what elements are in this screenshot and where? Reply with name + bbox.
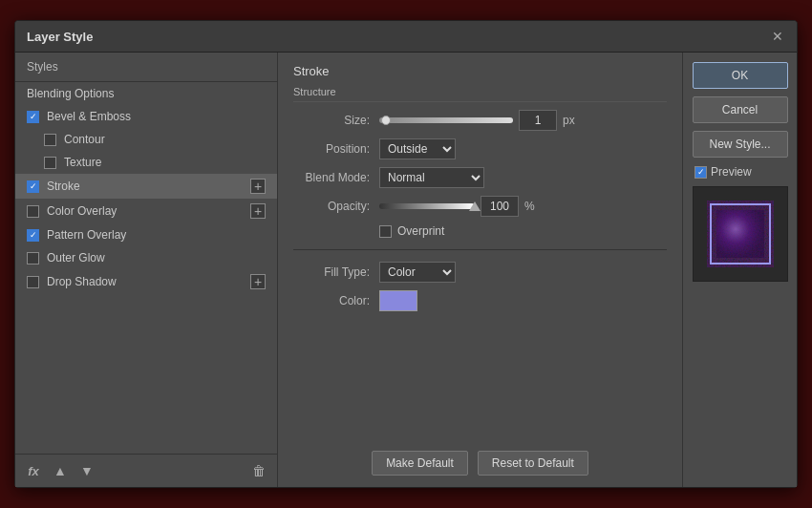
opacity-label: Opacity:: [293, 200, 379, 213]
right-panel: OK Cancel New Style... Preview: [682, 53, 797, 487]
delete-button[interactable]: 🗑: [248, 460, 269, 481]
position-row: Position: Outside Inside Center: [293, 138, 667, 159]
bevel-emboss-label: Bevel & Emboss: [47, 110, 266, 123]
stroke-add-button[interactable]: +: [250, 179, 266, 194]
blend-mode-select[interactable]: Normal Multiply Screen Overlay: [379, 167, 484, 188]
size-label: Size:: [293, 114, 379, 127]
outer-glow-label: Outer Glow: [47, 251, 266, 265]
dialog-title: Layer Style: [27, 30, 93, 44]
sidebar-item-outer-glow[interactable]: Outer Glow: [15, 246, 277, 269]
close-button[interactable]: ✕: [770, 29, 785, 44]
section-title: Stroke: [293, 64, 667, 78]
styles-header: Styles: [15, 53, 277, 82]
opacity-slider-track[interactable]: [379, 203, 475, 209]
position-control: Outside Inside Center: [379, 138, 456, 159]
fx-button[interactable]: fx: [23, 460, 44, 481]
color-label: Color:: [293, 294, 379, 307]
color-overlay-add-button[interactable]: +: [250, 203, 266, 219]
dialog-body: Styles Blending Options Bevel & Emboss C…: [15, 53, 797, 487]
sidebar-item-contour[interactable]: Contour: [15, 128, 277, 151]
sidebar-item-texture[interactable]: Texture: [15, 151, 277, 174]
size-control: px: [379, 110, 575, 131]
fill-type-select[interactable]: Color Gradient Pattern: [379, 262, 456, 283]
layer-items-list: Blending Options Bevel & Emboss Contour …: [15, 82, 277, 454]
fill-type-row: Fill Type: Color Gradient Pattern: [293, 262, 667, 283]
overprint-checkbox[interactable]: [379, 225, 392, 238]
divider: [293, 249, 667, 250]
preview-label-text: Preview: [711, 165, 752, 179]
sidebar-item-blending-options[interactable]: Blending Options: [15, 82, 277, 105]
bevel-emboss-checkbox[interactable]: [27, 111, 39, 123]
move-up-button[interactable]: ▲: [50, 460, 71, 481]
sub-section-title: Structure: [293, 86, 667, 102]
layer-style-dialog: Layer Style ✕ Styles Blending Options Be…: [14, 20, 798, 488]
sidebar-item-color-overlay[interactable]: Color Overlay +: [15, 199, 277, 223]
outer-glow-checkbox[interactable]: [27, 252, 39, 265]
new-style-button[interactable]: New Style...: [693, 131, 788, 158]
pattern-overlay-checkbox[interactable]: [27, 229, 39, 242]
make-default-button[interactable]: Make Default: [372, 451, 468, 476]
cancel-button[interactable]: Cancel: [693, 96, 788, 123]
svg-rect-3: [716, 210, 764, 258]
preview-canvas: [693, 186, 788, 282]
color-overlay-label: Color Overlay: [47, 204, 250, 218]
sidebar-item-stroke[interactable]: Stroke +: [15, 174, 277, 199]
position-label: Position:: [293, 142, 379, 156]
sidebar-item-bevel-emboss[interactable]: Bevel & Emboss: [15, 105, 277, 128]
opacity-input[interactable]: [481, 196, 519, 217]
overprint-label: Overprint: [397, 224, 444, 238]
left-panel: Styles Blending Options Bevel & Emboss C…: [15, 53, 278, 487]
sidebar-item-drop-shadow[interactable]: Drop Shadow +: [15, 269, 277, 294]
left-panel-footer: fx ▲ ▼ 🗑: [15, 454, 277, 487]
fill-type-label: Fill Type:: [293, 265, 379, 279]
size-row: Size: px: [293, 110, 667, 131]
size-slider-track[interactable]: [379, 117, 513, 123]
contour-checkbox[interactable]: [44, 134, 56, 146]
color-swatch[interactable]: [379, 290, 417, 311]
opacity-unit: %: [524, 200, 535, 213]
stroke-label: Stroke: [47, 180, 250, 193]
stroke-checkbox[interactable]: [27, 180, 39, 193]
color-overlay-checkbox[interactable]: [27, 205, 39, 218]
drop-shadow-label: Drop Shadow: [47, 275, 250, 288]
size-unit: px: [563, 114, 575, 127]
reset-default-button[interactable]: Reset to Default: [478, 451, 588, 476]
blend-mode-row: Blend Mode: Normal Multiply Screen Overl…: [293, 167, 667, 188]
blend-mode-label: Blend Mode:: [293, 171, 379, 184]
middle-panel: Stroke Structure Size: px Position:: [278, 53, 682, 487]
bottom-buttons: Make Default Reset to Default: [293, 441, 667, 476]
blend-mode-control: Normal Multiply Screen Overlay: [379, 167, 484, 188]
preview-checkbox[interactable]: [694, 166, 707, 179]
drop-shadow-checkbox[interactable]: [27, 276, 39, 288]
pattern-overlay-label: Pattern Overlay: [47, 228, 266, 242]
move-down-button[interactable]: ▼: [76, 460, 97, 481]
texture-checkbox[interactable]: [44, 157, 56, 169]
texture-label: Texture: [64, 156, 266, 169]
overprint-row: Overprint: [379, 224, 667, 238]
opacity-control: %: [379, 196, 535, 217]
size-input[interactable]: [519, 110, 557, 131]
contour-label: Contour: [64, 133, 266, 146]
opacity-row: Opacity: %: [293, 196, 667, 217]
size-slider-thumb[interactable]: [381, 116, 391, 125]
ok-button[interactable]: OK: [693, 62, 788, 89]
opacity-slider-thumb[interactable]: [469, 201, 481, 211]
drop-shadow-add-button[interactable]: +: [250, 274, 266, 289]
color-row: Color:: [293, 290, 667, 311]
title-bar: Layer Style ✕: [15, 21, 797, 53]
preview-svg: [707, 201, 774, 267]
preview-row: Preview: [694, 165, 752, 179]
blending-options-label: Blending Options: [27, 87, 266, 100]
position-select[interactable]: Outside Inside Center: [379, 138, 456, 159]
sidebar-item-pattern-overlay[interactable]: Pattern Overlay: [15, 223, 277, 246]
